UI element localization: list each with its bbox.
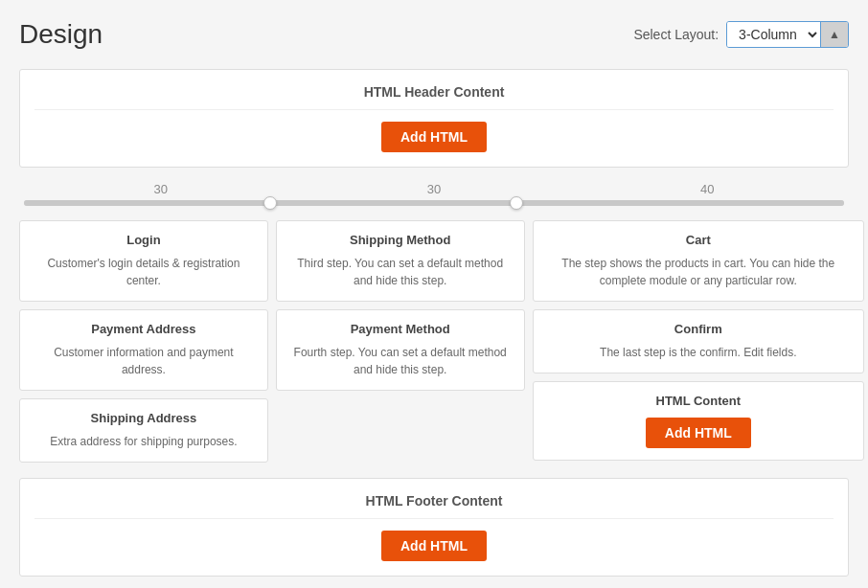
page-title: Design (19, 19, 103, 50)
payment-address-card-title: Payment Address (32, 322, 256, 336)
html-content-card: HTML Content Add HTML (533, 381, 864, 461)
payment-address-card-desc: Customer information and payment address… (32, 344, 256, 378)
html-footer-section: HTML Footer Content Add HTML (19, 478, 849, 577)
login-card: Login Customer's login details & registr… (19, 220, 268, 302)
slider-labels: 30 30 40 (24, 182, 844, 196)
payment-method-card: Payment Method Fourth step. You can set … (276, 309, 525, 391)
columns-grid: Login Customer's login details & registr… (19, 220, 849, 470)
html-content-card-title: HTML Content (545, 394, 852, 408)
cart-card-title: Cart (545, 233, 852, 247)
col3-slider-label: 40 (571, 182, 844, 196)
shipping-method-card: Shipping Method Third step. You can set … (276, 220, 525, 302)
html-header-section: HTML Header Content Add HTML (19, 69, 849, 168)
login-card-desc: Customer's login details & registration … (32, 255, 256, 289)
slider-track (24, 200, 844, 206)
payment-address-card: Payment Address Customer information and… (19, 309, 268, 391)
column-3: Cart The step shows the products in cart… (533, 220, 864, 470)
layout-selector: Select Layout: 3-Column 2-Column 1-Colum… (633, 21, 849, 48)
add-html-footer-button[interactable]: Add HTML (381, 531, 487, 561)
shipping-address-card-desc: Extra address for shipping purposes. (32, 433, 256, 450)
column-2: Shipping Method Third step. You can set … (276, 220, 525, 470)
payment-method-card-desc: Fourth step. You can set a default metho… (288, 344, 513, 378)
cart-card-desc: The step shows the products in cart. You… (545, 255, 852, 289)
shipping-method-card-title: Shipping Method (288, 233, 513, 247)
add-html-header-button[interactable]: Add HTML (381, 122, 487, 152)
confirm-card-desc: The last step is the confirm. Edit field… (545, 344, 852, 361)
shipping-address-card-title: Shipping Address (32, 411, 256, 425)
layout-select[interactable]: 3-Column 2-Column 1-Column (727, 22, 820, 47)
add-html-content-button[interactable]: Add HTML (646, 418, 751, 448)
confirm-card: Confirm The last step is the confirm. Ed… (533, 309, 864, 373)
payment-method-card-title: Payment Method (288, 322, 513, 336)
slider-fill (24, 200, 844, 206)
slider-thumb-2[interactable] (510, 196, 523, 210)
column-slider-section: 30 30 40 (19, 182, 849, 206)
slider-thumb-1[interactable] (263, 196, 277, 210)
page-header: Design Select Layout: 3-Column 2-Column … (19, 19, 849, 50)
col2-slider-label: 30 (297, 182, 570, 196)
html-header-title: HTML Header Content (34, 84, 834, 110)
confirm-card-title: Confirm (545, 322, 852, 336)
layout-select-wrapper: 3-Column 2-Column 1-Column ▲ (726, 21, 849, 48)
login-card-title: Login (32, 233, 256, 247)
cart-card: Cart The step shows the products in cart… (533, 220, 864, 302)
html-footer-title: HTML Footer Content (34, 493, 834, 519)
shipping-method-card-desc: Third step. You can set a default method… (288, 255, 513, 289)
layout-select-dropdown-btn[interactable]: ▲ (820, 22, 848, 47)
layout-label: Select Layout: (633, 27, 719, 42)
col1-slider-label: 30 (24, 182, 297, 196)
shipping-address-card: Shipping Address Extra address for shipp… (19, 398, 268, 463)
column-1: Login Customer's login details & registr… (19, 220, 268, 470)
